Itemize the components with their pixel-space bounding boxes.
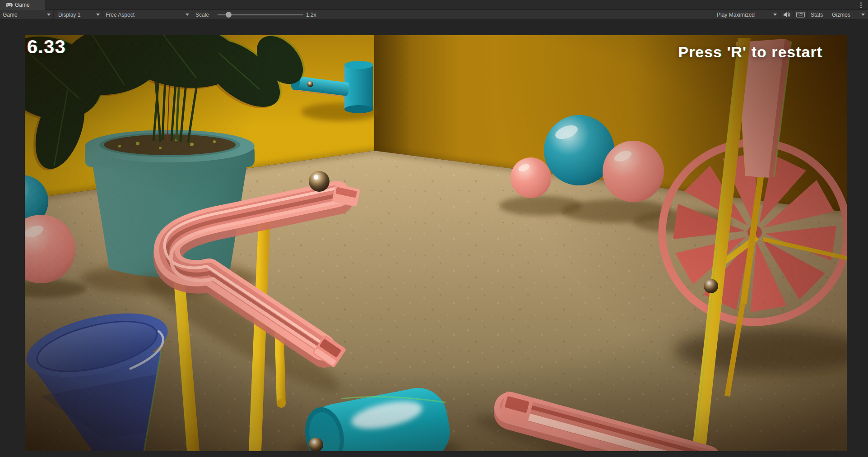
tab-label: Game xyxy=(15,2,30,8)
play-maximized-dropdown[interactable]: Play Maximized xyxy=(714,10,780,19)
tab-bar: Game xyxy=(0,0,868,10)
game-viewport[interactable]: 6.33 Press 'R' to restart xyxy=(25,35,847,451)
keyboard-icon xyxy=(796,12,805,18)
tab-game[interactable]: Game xyxy=(0,0,45,10)
gizmos-dropdown-arrow[interactable] xyxy=(858,10,868,19)
chevron-down-icon xyxy=(773,14,777,16)
aspect-ratio-dropdown[interactable]: Free Aspect xyxy=(103,10,192,19)
chevron-down-icon xyxy=(186,14,189,16)
unity-game-window: Game Game Display 1 Free Aspect Scale 1.… xyxy=(0,0,868,457)
vignette-overlay xyxy=(25,35,847,451)
hud-timer: 6.33 xyxy=(27,36,66,58)
keyboard-shortcuts-button[interactable] xyxy=(794,10,808,19)
game-view-toolbar: Game Display 1 Free Aspect Scale 1.2x Pl… xyxy=(0,10,868,20)
scale-slider-handle[interactable] xyxy=(226,12,232,18)
gamepad-icon xyxy=(6,2,13,8)
chevron-down-icon xyxy=(96,14,100,16)
chevron-down-icon xyxy=(47,14,51,16)
view-mode-dropdown[interactable]: Game xyxy=(0,10,54,19)
hud-restart-hint: Press 'R' to restart xyxy=(678,43,822,61)
display-dropdown[interactable]: Display 1 xyxy=(54,10,103,19)
scale-label: Scale xyxy=(195,10,209,19)
gizmos-dropdown[interactable]: Gizmos xyxy=(829,10,858,19)
speaker-icon xyxy=(783,12,790,18)
stats-toggle-button[interactable]: Stats xyxy=(808,10,829,19)
scale-value: 1.2x xyxy=(306,10,316,19)
chevron-down-icon xyxy=(861,14,865,16)
game-scene xyxy=(25,35,847,451)
mute-audio-button[interactable] xyxy=(780,10,794,19)
kebab-menu-icon[interactable] xyxy=(857,1,864,9)
